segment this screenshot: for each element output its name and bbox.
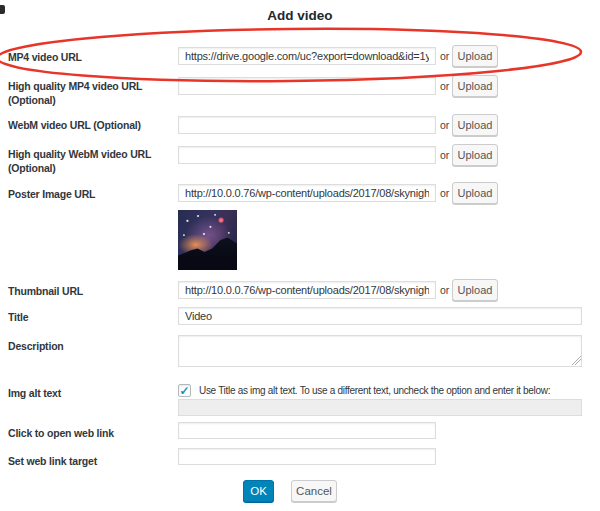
mp4-upload-button[interactable]: Upload [452,45,498,67]
thumbnail-upload-button[interactable]: Upload [452,279,498,301]
mountain-silhouette [178,210,237,270]
add-video-dialog: Add video MP4 video URL or Upload High q… [0,0,600,511]
or-text: or [440,187,449,199]
hq-mp4-url-label: High quality MP4 video URL (Optional) [8,79,183,107]
hq-webm-url-label-line2: (Optional) [8,161,183,175]
or-text: or [440,119,449,131]
hq-mp4-url-label-line2: (Optional) [8,93,183,107]
hq-webm-url-label: High quality WebM video URL (Optional) [8,147,183,175]
link-target-label: Set web link target [8,454,183,468]
or-text: or [440,50,449,62]
hq-webm-url-input[interactable] [178,146,436,164]
title-label: Title [8,310,183,324]
cancel-button[interactable]: Cancel [291,480,337,502]
ok-button[interactable]: OK [243,480,274,502]
poster-upload-button[interactable]: Upload [452,182,498,204]
or-text: or [440,80,449,92]
title-input[interactable] [178,307,582,325]
web-link-input[interactable] [178,422,436,439]
thumbnail-url-label: Thumbnail URL [8,284,183,298]
mp4-url-input[interactable] [178,47,436,65]
img-alt-input [178,399,582,416]
hq-mp4-url-input[interactable] [178,77,436,95]
use-title-checkbox[interactable]: ✓ [178,384,191,397]
resize-grip-icon[interactable] [572,356,581,365]
hq-webm-url-label-line1: High quality WebM video URL [8,147,183,161]
or-text: or [440,284,449,296]
thumbnail-url-input[interactable] [178,281,436,299]
poster-preview-image [178,210,237,270]
dialog-title: Add video [0,8,600,23]
webm-url-input[interactable] [178,116,436,134]
webm-url-label: WebM video URL (Optional) [8,118,183,132]
web-link-label: Click to open web link [8,426,183,440]
link-target-input[interactable] [178,448,436,465]
img-alt-checkbox-caption: Use Title as img alt text. To use a diff… [199,385,591,396]
hq-webm-upload-button[interactable]: Upload [452,144,498,166]
description-label: Description [8,339,183,353]
hq-mp4-upload-button[interactable]: Upload [452,75,498,97]
or-text: or [440,149,449,161]
webm-upload-button[interactable]: Upload [452,114,498,136]
checkmark-icon: ✓ [179,384,189,398]
poster-url-label: Poster Image URL [8,187,183,201]
img-alt-label: Img alt text [8,386,183,400]
poster-url-input[interactable] [178,184,436,202]
hq-mp4-url-label-line1: High quality MP4 video URL [8,79,183,93]
mp4-url-label: MP4 video URL [8,50,183,64]
description-textarea[interactable] [178,335,582,367]
